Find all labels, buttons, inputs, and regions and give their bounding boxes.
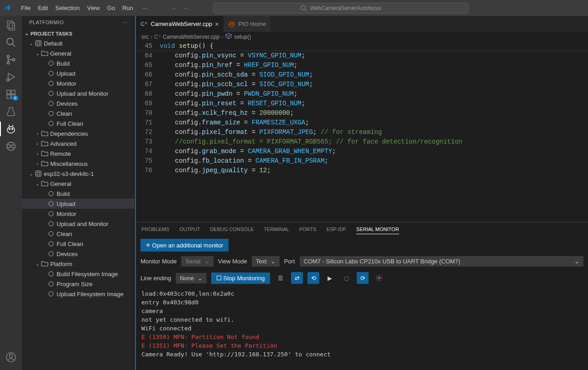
panel-tab-output[interactable]: OUTPUT: [179, 225, 200, 234]
svg-point-44: [49, 292, 53, 296]
code-editor[interactable]: 64 config.pin_vsync = VSYNC_GPIO_NUM;65 …: [136, 51, 588, 222]
bottom-panel: PROBLEMSOUTPUTDEBUG CONSOLETERMINALPORTS…: [136, 222, 588, 370]
task-item[interactable]: Build: [22, 58, 135, 68]
group-item[interactable]: ⌄General: [22, 48, 135, 58]
svg-line-5: [12, 44, 15, 46]
sidebar-title: PLATFORMIO ···: [22, 16, 135, 29]
panel-tab-problems[interactable]: PROBLEMS: [141, 225, 169, 234]
tab-close-icon[interactable]: ×: [215, 21, 219, 28]
menu-go[interactable]: Go: [104, 3, 119, 13]
breadcrumb[interactable]: src › C⁺ CameraWebServer.cpp › setup(): [136, 32, 588, 42]
serial-monitor-output[interactable]: load:0x403cc700,len:0x2a0centry 0x403c98…: [136, 288, 588, 370]
toggle-timestamp-icon[interactable]: ⇄: [291, 272, 303, 284]
sticky-scroll[interactable]: 45 void setup() {: [136, 42, 588, 51]
menu-selection[interactable]: Selection: [52, 3, 83, 13]
task-item[interactable]: Monitor: [22, 209, 135, 219]
panel-tab-debug-console[interactable]: DEBUG CONSOLE: [210, 225, 254, 234]
menu-view[interactable]: View: [83, 3, 104, 13]
menu-more-icon[interactable]: ···: [139, 3, 151, 13]
breadcrumb-item[interactable]: setup(): [234, 34, 251, 40]
menu-edit[interactable]: Edit: [34, 3, 52, 13]
search-activity-icon[interactable]: [5, 37, 16, 48]
task-item[interactable]: Devices: [22, 249, 135, 259]
task-item[interactable]: Full Clean: [22, 118, 135, 128]
panel-tabs: PROBLEMSOUTPUTDEBUG CONSOLETERMINALPORTS…: [136, 222, 588, 236]
group-item[interactable]: ⌄Platform: [22, 259, 135, 269]
svg-point-15: [9, 128, 10, 130]
svg-line-17: [9, 126, 10, 127]
sidebar-more-icon[interactable]: ···: [122, 20, 127, 25]
panel-tab-esp-idf[interactable]: ESP-IDF: [327, 225, 346, 234]
panel-tab-terminal[interactable]: TERMINAL: [264, 225, 289, 234]
breadcrumb-item[interactable]: CameraWebServer.cpp: [163, 34, 220, 40]
port-label: Port: [284, 258, 295, 265]
svg-point-6: [7, 56, 10, 58]
task-item[interactable]: Build: [22, 189, 135, 199]
group-item[interactable]: ›Miscellaneous: [22, 159, 135, 169]
command-center[interactable]: WebCameraServerAutofocus: [213, 3, 468, 14]
group-item[interactable]: ›Remote: [22, 149, 135, 159]
extensions-icon[interactable]: 6: [5, 89, 16, 100]
titlebar: FileEditSelectionViewGoRun ··· ← → WebCa…: [0, 0, 588, 16]
view-mode-select[interactable]: Text⌄: [252, 256, 280, 267]
project-tasks-header[interactable]: ⌄PROJECT TASKS: [22, 29, 135, 38]
svg-point-19: [9, 125, 10, 126]
clear-output-icon[interactable]: ◌: [340, 272, 352, 284]
group-item[interactable]: ›Advanced: [22, 139, 135, 149]
line-ending-select[interactable]: None⌄: [176, 273, 207, 283]
stop-monitoring-button[interactable]: Stop Monitoring: [211, 272, 270, 284]
nav-back-icon[interactable]: ←: [171, 5, 177, 11]
menu-file[interactable]: File: [17, 3, 34, 13]
task-item[interactable]: Program Size: [22, 279, 135, 289]
svg-point-27: [49, 71, 53, 76]
env-item[interactable]: ⌄esp32-s3-devkitc-1: [22, 169, 135, 179]
toggle-autoscroll-icon[interactable]: ☰: [275, 272, 286, 284]
editor-tab[interactable]: PIO Home: [224, 16, 271, 32]
svg-point-21: [7, 142, 15, 150]
task-item[interactable]: Clean: [22, 108, 135, 118]
task-item[interactable]: Upload and Monitor: [22, 88, 135, 98]
testing-icon[interactable]: [5, 106, 16, 117]
task-item[interactable]: Monitor: [22, 78, 135, 88]
svg-point-14: [7, 127, 15, 133]
svg-point-30: [49, 101, 53, 106]
project-tasks-tree: ⌄Default⌄GeneralBuildUploadMonitorUpload…: [22, 38, 135, 299]
settings-gear-icon[interactable]: [373, 272, 385, 284]
run-debug-icon[interactable]: [5, 72, 16, 82]
svg-point-42: [49, 272, 53, 276]
explorer-icon[interactable]: [5, 20, 16, 31]
menu-run[interactable]: Run: [119, 3, 137, 13]
task-item[interactable]: Full Clean: [22, 239, 135, 249]
toggle-line-icon[interactable]: ⟲: [307, 272, 319, 284]
terminal-icon[interactable]: ▶: [324, 272, 336, 284]
task-item[interactable]: Upload: [22, 199, 135, 209]
refresh-icon[interactable]: ⟳: [357, 272, 369, 284]
search-icon: [300, 5, 307, 12]
group-item[interactable]: ›Dependencies: [22, 128, 135, 139]
group-item[interactable]: ⌄General: [22, 179, 135, 189]
monitor-mode-select[interactable]: Serial⌄: [181, 256, 213, 267]
source-control-icon[interactable]: [5, 54, 16, 65]
panel-tab-ports[interactable]: PORTS: [299, 225, 317, 234]
svg-point-29: [49, 91, 53, 96]
task-item[interactable]: Upload and Monitor: [22, 219, 135, 229]
open-additional-monitor-button[interactable]: + Open an additional monitor: [140, 239, 229, 252]
svg-rect-12: [7, 95, 10, 98]
svg-point-0: [301, 5, 306, 10]
task-item[interactable]: Build Filesystem Image: [22, 269, 135, 279]
editor-tab[interactable]: C⁺CameraWebServer.cpp×: [136, 16, 224, 32]
nav-forward-icon[interactable]: →: [182, 5, 188, 11]
platformio-icon[interactable]: [5, 123, 16, 134]
svg-rect-11: [11, 90, 15, 94]
task-item[interactable]: Devices: [22, 98, 135, 108]
env-item[interactable]: ⌄Default: [22, 38, 135, 48]
port-select[interactable]: COM7 - Silicon Labs CP210x USB to UART B…: [300, 256, 584, 267]
breadcrumb-item[interactable]: src: [141, 34, 149, 40]
svg-rect-25: [37, 42, 40, 45]
accounts-icon[interactable]: [5, 352, 16, 363]
task-item[interactable]: Upload Filesystem Image: [22, 289, 135, 299]
task-item[interactable]: Clean: [22, 229, 135, 239]
panel-tab-serial-monitor[interactable]: SERIAL MONITOR: [356, 225, 399, 234]
task-item[interactable]: Upload: [22, 68, 135, 78]
remote-icon[interactable]: [5, 141, 16, 152]
